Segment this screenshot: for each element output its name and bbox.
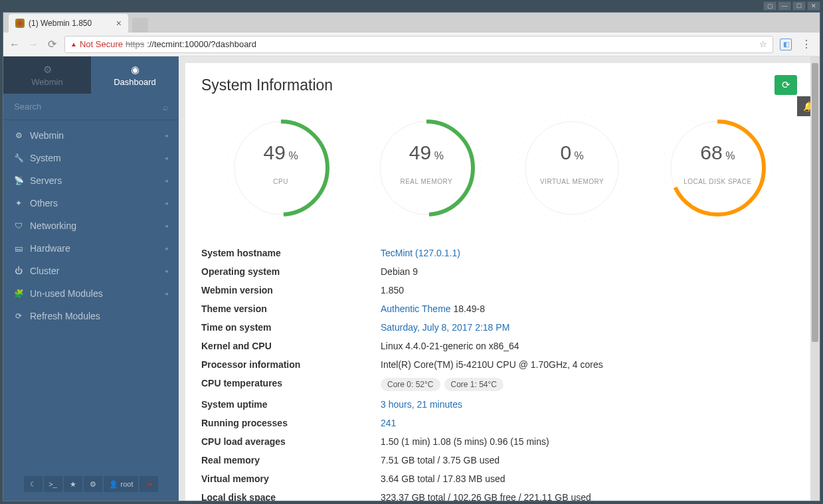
browser-tab[interactable]: (1) Webmin 1.850 ×: [9, 14, 128, 33]
username-label: root: [121, 480, 134, 488]
gauge-label: LOCAL DISK SPACE: [651, 178, 784, 185]
sidebar-search: ⌕: [3, 94, 179, 120]
sidebar-item-others[interactable]: ✦Others◂: [3, 192, 179, 214]
chevron-left-icon: ◂: [165, 200, 168, 207]
gauge-label: REAL MEMORY: [360, 178, 493, 185]
nav-label: Webmin: [30, 130, 64, 141]
nav-label: Hardware: [30, 243, 70, 254]
browser-window: (1) Webmin 1.850 × ← → ⟳ Not Secure http…: [3, 12, 820, 501]
user-menu-button[interactable]: ▢: [763, 1, 777, 11]
desktop-titlebar: ▢ — ☐ ✕: [0, 0, 823, 12]
sidebar-item-hardware[interactable]: 🖴Hardware◂: [3, 237, 179, 260]
url-protocol: https: [126, 39, 144, 49]
tab-title: (1) Webmin 1.850: [29, 19, 92, 28]
bookmark-icon[interactable]: ☆: [759, 39, 767, 49]
close-window-button[interactable]: ✕: [807, 1, 820, 11]
row-webmin-version: Webmin version1.850: [201, 281, 797, 299]
scrollbar[interactable]: [810, 56, 820, 501]
logout-button[interactable]: ↪: [139, 476, 158, 492]
processes-link[interactable]: 241: [381, 418, 797, 428]
nav-label: Cluster: [30, 266, 59, 276]
svg-point-7: [525, 122, 618, 214]
nav-icon: 🖴: [14, 244, 23, 253]
security-warning: Not Secure: [70, 39, 123, 49]
sidebar-item-refresh-modules[interactable]: ⟳Refresh Modules: [3, 305, 179, 327]
refresh-button[interactable]: ⟳: [775, 75, 797, 95]
browser-tab-bar: (1) Webmin 1.850 ×: [3, 13, 820, 33]
address-bar: ← → ⟳ Not Secure https ://tecmint:10000/…: [3, 33, 820, 56]
reload-button[interactable]: ⟳: [46, 38, 58, 50]
nav-icon: 🛡: [14, 221, 23, 230]
sidebar-nav: ⚙Webmin◂🔧System◂📡Servers◂✦Others◂🛡Networ…: [3, 120, 179, 474]
gauge-label: VIRTUAL MEMORY: [505, 178, 638, 185]
sidebar-bottom-bar: ☾ >_ ★ ⚙ 👤 root ↪: [3, 474, 179, 501]
gauge-local-disk-space: 68 % LOCAL DISK SPACE: [651, 108, 784, 228]
nav-label: Networking: [30, 220, 76, 231]
gauge-real-memory: 49 % REAL MEMORY: [360, 108, 493, 228]
sidebar-item-un-used-modules[interactable]: 🧩Un-used Modules◂: [3, 282, 179, 305]
svg-point-2: [234, 122, 327, 214]
svg-point-6: [517, 114, 626, 222]
uptime-link[interactable]: 3 hours, 21 minutes: [381, 399, 797, 410]
favorites-button[interactable]: ★: [64, 476, 82, 492]
settings-button[interactable]: ⚙: [84, 476, 102, 492]
row-os: Operating systemDebian 9: [201, 262, 797, 281]
row-kernel: Kernel and CPULinux 4.4.0-21-generic on …: [201, 337, 797, 355]
nav-icon: ⟳: [14, 311, 23, 321]
nav-icon: 🧩: [14, 289, 23, 298]
url-path: ://tecmint:10000/?dashboard: [147, 39, 256, 49]
tab-webmin-label: Webmin: [31, 77, 62, 87]
row-disk: Local disk space323.37 GB total / 102.26…: [201, 488, 797, 501]
back-button[interactable]: ←: [9, 39, 21, 50]
svg-point-3: [372, 114, 481, 222]
nav-label: Servers: [30, 175, 62, 186]
forward-button[interactable]: →: [27, 39, 39, 50]
nav-label: Others: [30, 198, 58, 209]
tab-dashboard[interactable]: ◉ Dashboard: [91, 56, 179, 94]
maximize-button[interactable]: ☐: [792, 1, 806, 11]
svg-point-0: [227, 114, 335, 222]
close-tab-icon[interactable]: ×: [116, 18, 122, 29]
sidebar-item-webmin[interactable]: ⚙Webmin◂: [3, 124, 179, 147]
tab-dashboard-label: Dashboard: [114, 77, 156, 87]
gauge-value: 49 %: [215, 141, 347, 164]
sidebar-item-servers[interactable]: 📡Servers◂: [3, 169, 179, 192]
nav-icon: 🔧: [14, 153, 23, 163]
tab-webmin[interactable]: ⚙ Webmin: [3, 56, 91, 94]
sidebar-item-system[interactable]: 🔧System◂: [3, 147, 179, 169]
row-processes: Running processes241: [201, 414, 797, 432]
gauges-row: 49 % CPU 49 % REAL MEMORY 0 % VIRTUAL ME…: [201, 108, 797, 228]
url-field[interactable]: Not Secure https ://tecmint:10000/?dashb…: [64, 36, 773, 53]
user-button[interactable]: 👤 root: [104, 476, 139, 492]
gauge-label: CPU: [215, 178, 347, 185]
night-mode-button[interactable]: ☾: [24, 476, 43, 492]
sidebar: ⚙ Webmin ◉ Dashboard ⌕ ⚙Webmin◂🔧System◂📡…: [3, 56, 179, 501]
search-input[interactable]: [14, 102, 163, 112]
browser-menu-icon[interactable]: ⋮: [798, 38, 814, 50]
row-load: CPU load averages1.50 (1 min) 1.08 (5 mi…: [201, 432, 797, 451]
sidebar-item-cluster[interactable]: ⏻Cluster◂: [3, 260, 179, 282]
dashboard-icon: ◉: [131, 64, 139, 76]
extension-icon[interactable]: ◧: [780, 39, 792, 50]
page-title: System Information: [201, 76, 333, 94]
minimize-button[interactable]: —: [778, 1, 791, 11]
search-icon[interactable]: ⌕: [163, 102, 168, 112]
gauge-value: 49 %: [360, 141, 493, 164]
temp-core-1: Core 1: 54°C: [444, 378, 504, 391]
gauge-value: 68 %: [651, 141, 784, 164]
theme-link[interactable]: Authentic Theme: [381, 303, 451, 314]
row-virtual-memory: Virtual memory3.64 GB total / 17.83 MB u…: [201, 469, 797, 488]
terminal-button[interactable]: >_: [44, 476, 62, 492]
favicon-icon: [15, 19, 25, 28]
gauge-virtual-memory: 0 % VIRTUAL MEMORY: [505, 108, 638, 228]
new-tab-button[interactable]: [132, 18, 148, 33]
scrollbar-thumb[interactable]: [812, 63, 818, 342]
nav-icon: ✦: [14, 199, 23, 208]
time-link[interactable]: Saturday, July 8, 2017 2:18 PM: [381, 322, 797, 333]
row-processor: Processor informationIntel(R) Core(TM) i…: [201, 355, 797, 374]
hostname-link[interactable]: TecMint (127.0.1.1): [381, 248, 797, 258]
row-real-memory: Real memory7.51 GB total / 3.75 GB used: [201, 451, 797, 469]
sidebar-item-networking[interactable]: 🛡Networking◂: [3, 214, 179, 237]
gauge-value: 0 %: [505, 141, 638, 164]
row-temperatures: CPU temperaturesCore 0: 52°CCore 1: 54°C: [201, 374, 797, 395]
